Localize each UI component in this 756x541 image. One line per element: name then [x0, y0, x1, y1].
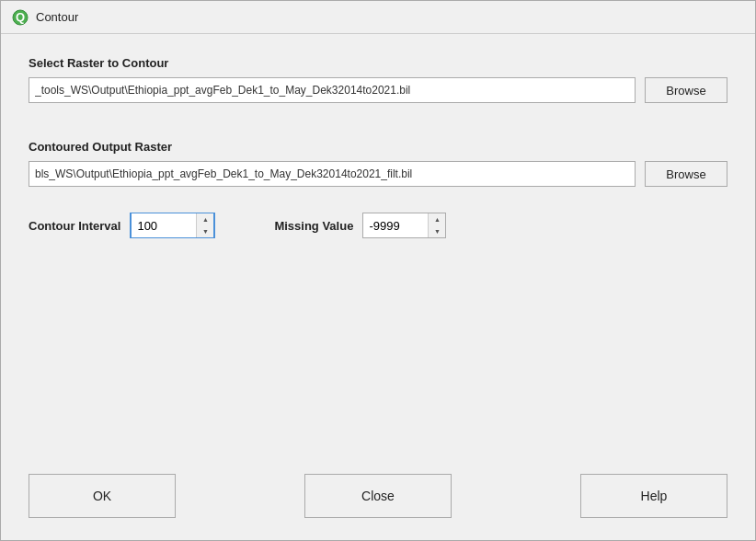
contour-dialog: Q Contour Select Raster to Contour Brows… [0, 0, 756, 541]
raster-input-label: Select Raster to Contour [29, 56, 727, 70]
raster-input-row: Browse [29, 77, 727, 103]
contour-interval-down-button[interactable]: ▼ [197, 225, 213, 237]
missing-value-label: Missing Value [274, 219, 353, 233]
raster-output-row: Browse [29, 161, 727, 187]
contour-interval-label: Contour Interval [29, 219, 120, 233]
section-gap-1 [29, 125, 727, 140]
contour-interval-spinner: ▲ ▼ [130, 213, 215, 238]
interval-row: Contour Interval ▲ ▼ Missing Value ▲ ▼ [29, 213, 727, 238]
raster-output-browse-button[interactable]: Browse [645, 161, 727, 187]
raster-input-field[interactable] [29, 77, 636, 103]
missing-value-spinner: ▲ ▼ [362, 213, 446, 238]
contour-interval-buttons: ▲ ▼ [196, 213, 213, 237]
raster-input-browse-button[interactable]: Browse [645, 77, 727, 103]
missing-value-buttons: ▲ ▼ [428, 213, 445, 237]
svg-text:Q: Q [16, 10, 25, 24]
contour-interval-up-button[interactable]: ▲ [197, 213, 213, 225]
missing-value-input[interactable] [363, 213, 428, 237]
contour-interval-input[interactable] [132, 213, 196, 237]
close-button[interactable]: Close [304, 474, 452, 518]
bottom-buttons: OK Close Help [1, 474, 755, 540]
title-bar: Q Contour [1, 1, 755, 34]
dialog-title: Contour [36, 10, 78, 24]
missing-value-up-button[interactable]: ▲ [429, 213, 445, 225]
raster-output-label: Contoured Output Raster [29, 140, 727, 154]
raster-output-field[interactable] [29, 161, 636, 187]
missing-value-down-button[interactable]: ▼ [429, 225, 445, 237]
dialog-content: Select Raster to Contour Browse Contoure… [1, 34, 755, 474]
help-button[interactable]: Help [580, 474, 727, 518]
qgis-icon: Q [12, 9, 29, 26]
missing-value-group: Missing Value ▲ ▼ [274, 213, 446, 238]
ok-button[interactable]: OK [29, 474, 176, 518]
contour-interval-group: Contour Interval ▲ ▼ [29, 213, 215, 238]
